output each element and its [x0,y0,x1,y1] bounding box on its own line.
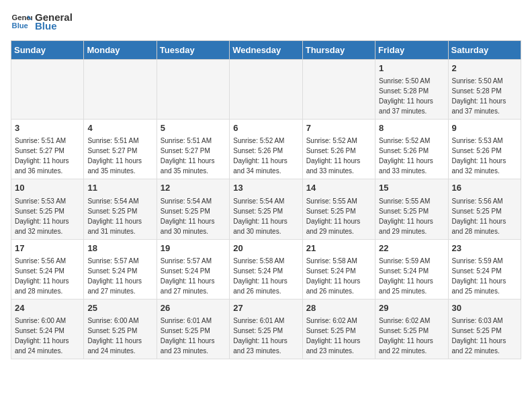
calendar-cell [302,60,375,120]
day-info: Sunrise: 5:55 AM Sunset: 5:25 PM Dayligh… [306,197,361,235]
day-info: Sunrise: 5:50 AM Sunset: 5:28 PM Dayligh… [452,77,506,115]
day-number: 20 [233,242,298,255]
day-number: 27 [233,302,298,314]
calendar-cell [230,60,302,120]
calendar-cell: 3Sunrise: 5:51 AM Sunset: 5:27 PM Daylig… [11,120,84,179]
weekday-header-thursday: Thursday [302,41,375,60]
weekday-header-monday: Monday [84,41,157,60]
day-info: Sunrise: 5:52 AM Sunset: 5:26 PM Dayligh… [306,137,361,175]
day-number: 17 [15,242,80,255]
day-number: 19 [161,242,226,255]
day-number: 15 [379,182,444,194]
calendar-cell: 27Sunrise: 6:01 AM Sunset: 5:25 PM Dayli… [230,299,302,359]
calendar-cell [11,60,84,120]
calendar-cell: 28Sunrise: 6:02 AM Sunset: 5:25 PM Dayli… [302,299,375,359]
day-number: 6 [233,122,298,134]
calendar-cell: 9Sunrise: 5:53 AM Sunset: 5:26 PM Daylig… [448,120,521,179]
weekday-header-row: SundayMondayTuesdayWednesdayThursdayFrid… [11,41,521,60]
day-number: 14 [306,182,371,194]
calendar-week-row: 1Sunrise: 5:50 AM Sunset: 5:28 PM Daylig… [11,60,521,120]
day-number: 2 [452,62,517,75]
calendar-cell: 14Sunrise: 5:55 AM Sunset: 5:25 PM Dayli… [302,179,375,239]
day-number: 9 [452,122,517,134]
svg-text:Blue: Blue [12,21,28,30]
day-info: Sunrise: 5:58 AM Sunset: 5:24 PM Dayligh… [306,257,361,295]
calendar-cell: 8Sunrise: 5:52 AM Sunset: 5:26 PM Daylig… [375,120,448,179]
weekday-header-friday: Friday [375,41,448,60]
day-number: 21 [306,242,371,255]
calendar-cell: 13Sunrise: 5:54 AM Sunset: 5:25 PM Dayli… [230,179,302,239]
calendar-cell: 22Sunrise: 5:59 AM Sunset: 5:24 PM Dayli… [375,239,448,299]
day-info: Sunrise: 5:59 AM Sunset: 5:24 PM Dayligh… [379,257,433,295]
weekday-header-tuesday: Tuesday [157,41,229,60]
day-number: 8 [379,122,444,134]
day-number: 16 [452,182,517,194]
day-number: 23 [452,242,517,255]
day-info: Sunrise: 5:54 AM Sunset: 5:25 PM Dayligh… [233,197,287,235]
day-info: Sunrise: 5:58 AM Sunset: 5:24 PM Dayligh… [233,257,287,295]
day-number: 4 [87,122,152,134]
logo: General Blue General Blue [11,11,73,32]
day-number: 29 [379,302,444,314]
day-info: Sunrise: 5:56 AM Sunset: 5:25 PM Dayligh… [452,197,506,235]
calendar-cell: 30Sunrise: 6:03 AM Sunset: 5:25 PM Dayli… [448,299,521,359]
calendar-cell [157,60,229,120]
day-number: 28 [306,302,371,314]
day-info: Sunrise: 5:50 AM Sunset: 5:28 PM Dayligh… [379,77,433,115]
day-info: Sunrise: 6:03 AM Sunset: 5:25 PM Dayligh… [452,317,506,355]
calendar-cell [84,60,157,120]
calendar-cell: 21Sunrise: 5:58 AM Sunset: 5:24 PM Dayli… [302,239,375,299]
calendar-week-row: 10Sunrise: 5:53 AM Sunset: 5:25 PM Dayli… [11,179,521,239]
calendar-cell: 5Sunrise: 5:51 AM Sunset: 5:27 PM Daylig… [157,120,229,179]
day-number: 13 [233,182,298,194]
calendar-cell: 17Sunrise: 5:56 AM Sunset: 5:24 PM Dayli… [11,239,84,299]
day-info: Sunrise: 5:51 AM Sunset: 5:27 PM Dayligh… [161,137,215,175]
calendar-cell: 29Sunrise: 6:02 AM Sunset: 5:25 PM Dayli… [375,299,448,359]
calendar-week-row: 17Sunrise: 5:56 AM Sunset: 5:24 PM Dayli… [11,239,521,299]
calendar-cell: 4Sunrise: 5:51 AM Sunset: 5:27 PM Daylig… [84,120,157,179]
day-info: Sunrise: 5:54 AM Sunset: 5:25 PM Dayligh… [87,197,142,235]
calendar-header: SundayMondayTuesdayWednesdayThursdayFrid… [11,41,521,60]
day-info: Sunrise: 5:59 AM Sunset: 5:24 PM Dayligh… [452,257,506,295]
calendar-cell: 6Sunrise: 5:52 AM Sunset: 5:26 PM Daylig… [230,120,302,179]
day-info: Sunrise: 5:57 AM Sunset: 5:24 PM Dayligh… [87,257,142,295]
day-number: 7 [306,122,371,134]
calendar-cell: 11Sunrise: 5:54 AM Sunset: 5:25 PM Dayli… [84,179,157,239]
day-info: Sunrise: 5:56 AM Sunset: 5:24 PM Dayligh… [15,257,69,295]
calendar-cell: 19Sunrise: 5:57 AM Sunset: 5:24 PM Dayli… [157,239,229,299]
logo-blue: Blue [35,20,73,32]
calendar-cell: 20Sunrise: 5:58 AM Sunset: 5:24 PM Dayli… [230,239,302,299]
day-number: 5 [161,122,226,134]
day-info: Sunrise: 5:53 AM Sunset: 5:25 PM Dayligh… [15,197,69,235]
logo-icon: General Blue [11,11,32,32]
calendar-cell: 12Sunrise: 5:54 AM Sunset: 5:25 PM Dayli… [157,179,229,239]
calendar-table: SundayMondayTuesdayWednesdayThursdayFrid… [11,40,521,359]
day-number: 22 [379,242,444,255]
day-info: Sunrise: 6:01 AM Sunset: 5:25 PM Dayligh… [233,317,287,355]
day-info: Sunrise: 5:52 AM Sunset: 5:26 PM Dayligh… [233,137,287,175]
calendar-cell: 15Sunrise: 5:55 AM Sunset: 5:25 PM Dayli… [375,179,448,239]
day-info: Sunrise: 5:52 AM Sunset: 5:26 PM Dayligh… [379,137,433,175]
day-number: 10 [15,182,80,194]
calendar-cell: 26Sunrise: 6:01 AM Sunset: 5:25 PM Dayli… [157,299,229,359]
day-number: 26 [161,302,226,314]
weekday-header-sunday: Sunday [11,41,84,60]
day-info: Sunrise: 6:01 AM Sunset: 5:25 PM Dayligh… [161,317,215,355]
calendar-cell: 24Sunrise: 6:00 AM Sunset: 5:24 PM Dayli… [11,299,84,359]
calendar-cell: 18Sunrise: 5:57 AM Sunset: 5:24 PM Dayli… [84,239,157,299]
day-info: Sunrise: 5:57 AM Sunset: 5:24 PM Dayligh… [161,257,215,295]
day-number: 1 [379,62,444,75]
calendar-week-row: 24Sunrise: 6:00 AM Sunset: 5:24 PM Dayli… [11,299,521,359]
weekday-header-saturday: Saturday [448,41,521,60]
day-number: 24 [15,302,80,314]
day-info: Sunrise: 5:55 AM Sunset: 5:25 PM Dayligh… [379,197,433,235]
day-info: Sunrise: 6:02 AM Sunset: 5:25 PM Dayligh… [306,317,361,355]
calendar-body: 1Sunrise: 5:50 AM Sunset: 5:28 PM Daylig… [11,60,521,359]
day-number: 25 [87,302,152,314]
day-number: 3 [15,122,80,134]
calendar-cell: 10Sunrise: 5:53 AM Sunset: 5:25 PM Dayli… [11,179,84,239]
day-number: 30 [452,302,517,314]
page-header: General Blue General Blue [11,11,521,32]
day-info: Sunrise: 5:51 AM Sunset: 5:27 PM Dayligh… [87,137,142,175]
day-info: Sunrise: 6:02 AM Sunset: 5:25 PM Dayligh… [379,317,433,355]
